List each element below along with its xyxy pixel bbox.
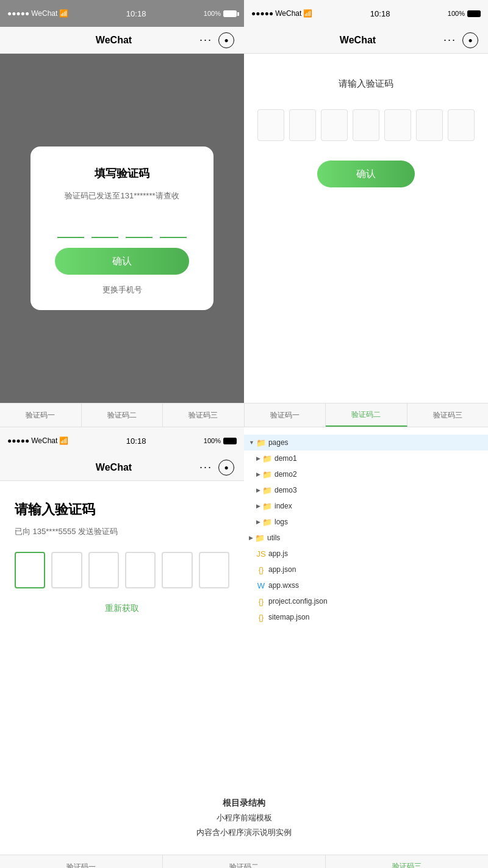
nav-dots-right[interactable]: ··· xyxy=(443,34,456,46)
file-name-projectjson: project.config.json xyxy=(268,597,328,606)
status-right-left: 100% xyxy=(204,10,237,17)
bottom-tab-item-3[interactable]: 验证码三 xyxy=(326,855,488,868)
circle-icon-left: ● xyxy=(224,36,228,45)
file-tree-row-appwxss[interactable]: W app.wxss xyxy=(244,577,488,593)
nav-circle-third[interactable]: ● xyxy=(218,460,234,476)
file-tree-panel: ▼ 📁 pages ▶ 📁 demo1 ▶ 📁 demo2 ▶ 📁 demo3 … xyxy=(244,427,488,781)
demo1-arrow: ▶ xyxy=(256,455,260,461)
phone-third-nav-bar: WeChat ··· ● xyxy=(0,454,244,481)
phone-third-nav-icons: ··· ● xyxy=(199,460,234,476)
wifi-icon-left: 📶 xyxy=(59,9,68,18)
right-code-inputs xyxy=(257,109,475,141)
right-code-box-4[interactable] xyxy=(353,109,379,141)
phone-right-nav-icons: ··· ● xyxy=(443,32,478,48)
change-phone-link[interactable]: 更换手机号 xyxy=(102,284,142,295)
top-tab-bar: 验证码一 验证码二 验证码三 验证码一 验证码二 验证码三 xyxy=(0,403,488,427)
file-name-demo2: demo2 xyxy=(274,470,297,479)
utils-arrow: ▶ xyxy=(249,535,253,541)
tab-item-5[interactable]: 验证码二 xyxy=(326,403,407,427)
third-code-box-4[interactable] xyxy=(125,552,156,588)
right-confirm-button[interactable]: 确认 xyxy=(317,161,415,187)
file-name-demo3: demo3 xyxy=(274,486,297,494)
code-box-3[interactable] xyxy=(126,216,152,238)
circle-icon-right: ● xyxy=(468,36,472,45)
tab-label-5: 验证码二 xyxy=(351,410,381,420)
file-tree-row-logs[interactable]: ▶ 📁 logs xyxy=(244,514,488,530)
right-code-box-1[interactable] xyxy=(257,109,284,141)
file-tree-row-demo2[interactable]: ▶ 📁 demo2 xyxy=(244,466,488,482)
index-arrow: ▶ xyxy=(256,503,260,509)
third-code-box-2[interactable] xyxy=(51,552,82,588)
battery-label-left: 100% xyxy=(204,10,221,17)
phone-left-nav-title: WeChat xyxy=(96,35,132,46)
file-tree-row-projectjson[interactable]: {} project.config.json xyxy=(244,593,488,609)
code-box-1[interactable] xyxy=(57,216,84,238)
caption-line-3: 内容含小程序演示说明实例 xyxy=(196,827,292,838)
file-tree-row-appjs[interactable]: JS app.js xyxy=(244,546,488,562)
battery-fill-right xyxy=(468,11,480,16)
modal-card: 填写验证码 验证码已发送至131*******请查收 确认 更换手机号 xyxy=(30,146,214,310)
file-tree-row-demo3[interactable]: ▶ 📁 demo3 xyxy=(244,482,488,498)
phone-third-nav-title: WeChat xyxy=(96,462,132,473)
file-tree-row-demo1[interactable]: ▶ 📁 demo1 xyxy=(244,450,488,466)
phone-left-nav-bar: WeChat ··· ● xyxy=(0,27,244,54)
modal-confirm-button[interactable]: 确认 xyxy=(55,248,189,275)
tab-item-2[interactable]: 验证码二 xyxy=(82,403,163,427)
third-code-box-1[interactable] xyxy=(15,552,45,588)
caption-line-1: 根目录结构 xyxy=(223,798,265,809)
json-file-icon-3: {} xyxy=(256,612,266,622)
right-code-box-3[interactable] xyxy=(321,109,348,141)
time-right: 10:18 xyxy=(370,9,390,18)
modal-title: 填写验证码 xyxy=(95,166,149,181)
battery-icon-right xyxy=(467,10,481,17)
code-box-4[interactable] xyxy=(160,216,187,238)
tab-item-3[interactable]: 验证码三 xyxy=(163,403,245,427)
wifi-icon-right: 📶 xyxy=(303,9,312,18)
nav-circle-left[interactable]: ● xyxy=(218,32,234,48)
battery-label-right: 100% xyxy=(448,10,465,17)
phone-left: ●●●●● WeChat 📶 10:18 100% WeChat ··· ● xyxy=(0,0,244,403)
phone-left-nav-icons: ··· ● xyxy=(199,32,234,48)
right-code-box-6[interactable] xyxy=(416,109,443,141)
battery-fill-third xyxy=(224,438,236,444)
tab-item-1[interactable]: 验证码一 xyxy=(0,403,82,427)
bottom-tab-item-1[interactable]: 验证码一 xyxy=(0,855,163,868)
folder-icon-logs: 📁 xyxy=(262,517,272,527)
signal-icon-right: ●●●●● xyxy=(251,9,273,18)
third-code-box-6[interactable] xyxy=(199,552,229,588)
nav-dots-left[interactable]: ··· xyxy=(199,34,212,46)
modal-code-inputs xyxy=(57,216,187,238)
resend-link[interactable]: 重新获取 xyxy=(15,603,229,614)
caption-section: 根目录结构 小程序前端模板 内容含小程序演示说明实例 xyxy=(0,781,488,855)
tab-label-4: 验证码一 xyxy=(270,410,300,421)
logs-arrow: ▶ xyxy=(256,519,260,525)
file-tree-row-utils[interactable]: ▶ 📁 utils xyxy=(244,530,488,546)
bottom-tab-bar: 验证码一 验证码二 验证码三 xyxy=(0,855,488,868)
middle-section: ●●●●● WeChat 📶 10:18 100% WeChat ··· ● xyxy=(0,427,488,781)
file-name-appwxss: app.wxss xyxy=(268,581,299,590)
circle-icon-third: ● xyxy=(224,463,228,472)
battery-icon-third xyxy=(223,438,237,444)
folder-icon-demo2: 📁 xyxy=(262,469,272,479)
file-name-logs: logs xyxy=(274,518,288,526)
nav-dots-third[interactable]: ··· xyxy=(199,461,212,474)
file-tree-row-pages[interactable]: ▼ 📁 pages xyxy=(244,435,488,450)
third-code-box-5[interactable] xyxy=(162,552,192,588)
code-box-2[interactable] xyxy=(92,216,118,238)
tab-item-6[interactable]: 验证码三 xyxy=(407,403,489,427)
file-tree-row-appjson[interactable]: {} app.json xyxy=(244,562,488,577)
nav-circle-right[interactable]: ● xyxy=(462,32,478,48)
right-code-box-2[interactable] xyxy=(289,109,316,141)
bottom-tab-item-2[interactable]: 验证码二 xyxy=(163,855,326,868)
right-code-box-5[interactable] xyxy=(384,109,411,141)
file-tree-row-index[interactable]: ▶ 📁 index xyxy=(244,498,488,514)
right-code-box-7[interactable] xyxy=(448,109,475,141)
tab-item-4[interactable]: 验证码一 xyxy=(245,403,326,427)
demo3-arrow: ▶ xyxy=(256,487,260,493)
third-code-box-3[interactable] xyxy=(88,552,119,588)
third-title: 请输入验证码 xyxy=(15,501,229,519)
file-name-sitemapjson: sitemap.json xyxy=(268,613,309,621)
bottom-tab-label-2: 验证码二 xyxy=(229,862,259,868)
phone-third: ●●●●● WeChat 📶 10:18 100% WeChat ··· ● xyxy=(0,427,244,781)
file-tree-row-sitemapjson[interactable]: {} sitemap.json xyxy=(244,609,488,625)
